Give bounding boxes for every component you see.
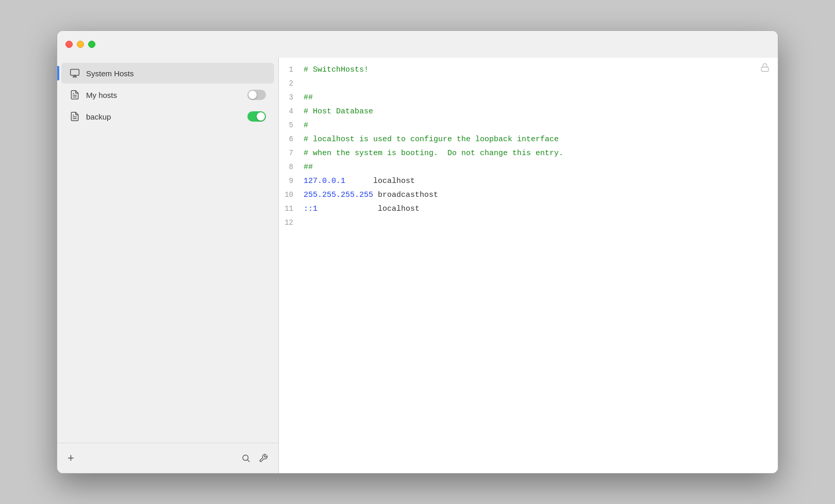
code-line-7: 7 # when the system is booting. Do not c… (279, 147, 778, 161)
line-content-8: ## (304, 161, 778, 174)
file-icon-my-hosts (70, 90, 80, 100)
code-line-6: 6 # localhost is used to configure the l… (279, 133, 778, 147)
line-number-11: 11 (279, 203, 304, 215)
line-number-9: 9 (279, 175, 304, 187)
code-line-9: 9 127.0.0.1 localhost (279, 175, 778, 189)
line-content-1: # SwitchHosts! (304, 64, 778, 77)
sidebar-footer: + (57, 443, 278, 473)
code-line-2: 2 (279, 78, 778, 92)
toggle-thumb-my-hosts (248, 91, 257, 99)
sidebar-item-label-backup: backup (86, 112, 247, 121)
sidebar-item-backup[interactable]: backup (61, 106, 274, 127)
toggle-my-hosts[interactable] (247, 90, 266, 100)
toggle-thumb-backup (257, 112, 265, 121)
sidebar-items: System Hosts My hosts (57, 58, 278, 443)
line-number-1: 1 (279, 64, 304, 76)
close-button[interactable] (65, 41, 73, 48)
line-content-4: # Host Database (304, 106, 778, 119)
line-content-10: 255.255.255.255 broadcasthost (304, 189, 778, 202)
code-line-12: 12 (279, 217, 778, 231)
lock-icon (760, 64, 770, 74)
line-content-3: ## (304, 92, 778, 105)
code-line-8: 8 ## (279, 161, 778, 175)
line-number-12: 12 (279, 217, 304, 229)
app-window: System Hosts My hosts (57, 30, 778, 474)
svg-line-7 (247, 460, 249, 461)
sidebar-item-label-system-hosts: System Hosts (86, 69, 266, 78)
line-number-4: 4 (279, 106, 304, 117)
line-number-3: 3 (279, 92, 304, 104)
add-button[interactable]: + (65, 449, 76, 467)
code-line-3: 3 ## (279, 92, 778, 106)
minimize-button[interactable] (77, 41, 84, 48)
monitor-icon (70, 68, 80, 78)
line-number-8: 8 (279, 161, 304, 173)
sidebar-item-my-hosts[interactable]: My hosts (61, 85, 274, 105)
editor-content[interactable]: 1 # SwitchHosts! 2 3 ## 4 # Host Databas… (279, 58, 778, 473)
line-number-5: 5 (279, 120, 304, 131)
file-icon-backup (70, 111, 80, 122)
code-line-10: 10 255.255.255.255 broadcasthost (279, 189, 778, 203)
code-line-4: 4 # Host Database (279, 106, 778, 120)
settings-button[interactable] (257, 451, 270, 465)
line-content-11: ::1 localhost (304, 203, 778, 216)
toggle-backup[interactable] (247, 111, 266, 122)
line-number-6: 6 (279, 133, 304, 145)
line-content-5: # (304, 120, 778, 132)
code-line-1: 1 # SwitchHosts! (279, 64, 778, 78)
editor-toolbar (760, 63, 770, 75)
sidebar: System Hosts My hosts (57, 58, 279, 473)
line-number-2: 2 (279, 78, 304, 90)
main-content: System Hosts My hosts (57, 58, 778, 473)
line-content-7: # when the system is booting. Do not cha… (304, 147, 778, 160)
line-number-10: 10 (279, 189, 304, 201)
svg-rect-0 (71, 70, 79, 76)
maximize-button[interactable] (88, 41, 95, 48)
code-line-11: 11 ::1 localhost (279, 203, 778, 217)
code-line-5: 5 # (279, 120, 778, 133)
traffic-lights (65, 41, 95, 48)
svg-point-6 (243, 455, 248, 461)
sidebar-item-system-hosts[interactable]: System Hosts (61, 63, 274, 83)
line-content-9: 127.0.0.1 localhost (304, 175, 778, 188)
line-number-7: 7 (279, 147, 304, 159)
search-button[interactable] (239, 451, 253, 465)
titlebar (57, 31, 778, 58)
line-content-6: # localhost is used to configure the loo… (304, 133, 778, 146)
svg-rect-8 (761, 67, 769, 71)
sidebar-item-label-my-hosts: My hosts (86, 91, 247, 99)
editor: 1 # SwitchHosts! 2 3 ## 4 # Host Databas… (279, 58, 778, 473)
